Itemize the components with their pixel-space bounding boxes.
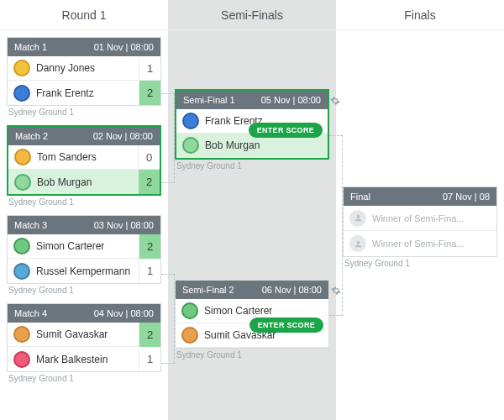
score-cell: 2 [138,170,160,194]
score-cell: 0 [138,145,160,170]
match-card[interactable]: Match 303 Nov | 08:00 Simon Carterer2 Ru… [7,215,161,284]
avatar-icon [182,113,199,129]
column-round1: Round 1 Match 101 Nov | 08:00 Danny Jone… [0,0,168,420]
player-placeholder: Winner of Semi-Fina... [344,231,496,256]
venue-label: Sydney Ground 1 [175,161,329,171]
avatar-icon [13,60,30,76]
avatar-icon [13,238,30,255]
match-datetime: 07 Nov | 08 [443,192,490,202]
player-row[interactable]: Tom Sanders0 [8,145,160,170]
match-datetime: 05 Nov | 08:00 [261,95,321,105]
match-card[interactable]: Semi-Final 105 Nov | 08:00 Frank Erentz … [175,89,329,160]
column-header: Round 1 [0,0,168,30]
match-datetime: 01 Nov | 08:00 [94,42,154,52]
connector-line [161,274,175,364]
match-datetime: 04 Nov | 08:00 [94,308,154,318]
avatar-icon [13,263,30,280]
match-datetime: 06 Nov | 08:00 [262,285,322,295]
score-cell: 2 [139,323,160,347]
match-title: Semi-Final 2 [182,285,234,295]
score-cell: 1 [139,259,160,283]
avatar-icon [14,149,31,165]
match-title: Match 2 [15,131,48,141]
match-title: Final [350,192,370,202]
venue-label: Sydney Ground 1 [343,259,497,268]
connector-line [329,135,343,316]
match-card[interactable]: Semi-Final 206 Nov | 08:00 Simon Cartere… [175,280,329,349]
venue-label: Sydney Ground 1 [7,108,161,117]
column-finals: Finals Final07 Nov | 08 Winner of Semi-F… [336,0,504,420]
enter-score-badge[interactable]: ENTER SCORE [249,318,323,333]
avatar-icon [13,326,30,343]
connector-line [161,93,175,183]
match-title: Match 1 [14,42,47,52]
user-placeholder-icon [349,235,366,252]
column-header: Semi-Finals [168,0,336,30]
column-semifinals: Semi-Finals Semi-Final 105 Nov | 08:00 F… [168,0,336,420]
player-placeholder: Winner of Semi-Fina... [344,206,496,231]
enter-score-badge[interactable]: ENTER SCORE [249,123,323,138]
player-row[interactable]: Mark Balkestein1 [8,347,160,371]
venue-label: Sydney Ground 1 [175,350,329,360]
avatar-icon [181,302,198,319]
match-card[interactable]: Match 202 Nov | 08:00 Tom Sanders0 Bob M… [7,125,161,196]
match-card[interactable]: Match 101 Nov | 08:00 Danny Jones1 Frank… [7,37,161,106]
match-card[interactable]: Final07 Nov | 08 Winner of Semi-Fina... … [343,186,497,257]
avatar-icon [181,327,198,344]
score-cell: 1 [139,56,160,81]
user-placeholder-icon [349,210,366,227]
avatar-icon [13,85,30,102]
player-row[interactable]: Danny Jones1 [8,56,160,81]
score-cell: 1 [139,347,160,371]
match-title: Match 3 [14,220,47,230]
venue-label: Sydney Ground 1 [7,374,161,383]
venue-label: Sydney Ground 1 [7,197,161,207]
player-row[interactable]: Frank Erentz2 [8,81,160,105]
match-title: Semi-Final 1 [183,95,235,105]
match-datetime: 03 Nov | 08:00 [94,220,154,230]
match-datetime: 02 Nov | 08:00 [93,131,153,141]
avatar-icon [182,137,199,154]
column-header: Finals [336,0,504,30]
avatar-icon [14,174,31,191]
venue-label: Sydney Ground 1 [7,286,161,295]
match-card[interactable]: Match 404 Nov | 08:00 Sumit Gavaskar2 Ma… [7,303,161,372]
player-row[interactable]: Russel Kempermann1 [8,259,160,283]
player-row[interactable]: Simon Carterer2 [8,234,160,259]
score-cell: 2 [139,234,160,259]
score-cell: 2 [139,81,160,105]
match-title: Match 4 [14,308,47,318]
avatar-icon [13,351,30,368]
player-row[interactable]: Bob Murgan2 [8,170,160,194]
player-row[interactable]: Sumit Gavaskar2 [8,323,160,347]
